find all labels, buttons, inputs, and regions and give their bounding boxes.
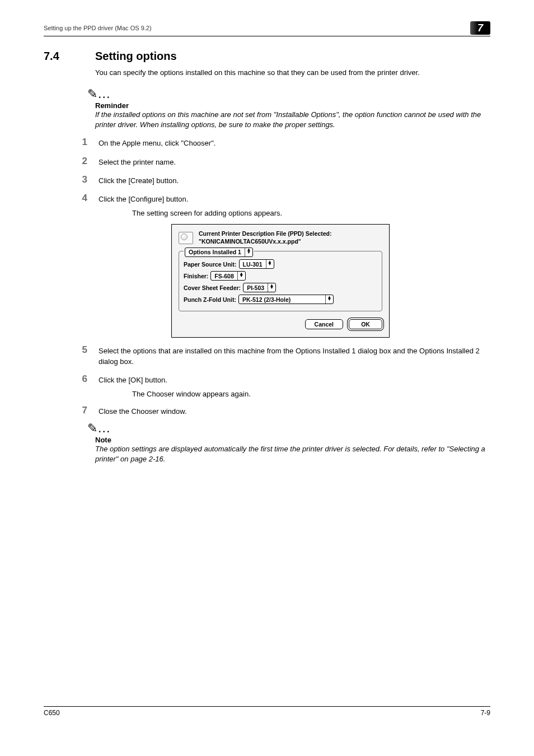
step-text: Click the [OK] button. — [99, 374, 167, 385]
note-icon: ✎... — [87, 421, 490, 436]
header-divider — [44, 36, 490, 36]
chevron-updown-icon: ▲▼ — [245, 248, 252, 256]
dialog-title-line1: Current Printer Description File (PPD) S… — [199, 230, 331, 238]
breadcrumb: Setting up the PPD driver (Mac OS 9.2) — [44, 25, 152, 31]
step-4: 4 Click the [Configure] button. — [77, 193, 490, 204]
paper-source-select[interactable]: LU-301 ▲▼ — [239, 259, 274, 269]
cancel-button[interactable]: Cancel — [305, 319, 343, 329]
group-selector[interactable]: Options Installed 1 ▲▼ — [185, 248, 253, 257]
dialog-title-line2: "KONICAMINOLTAC650UVx.x.x.ppd" — [199, 238, 331, 246]
chevron-updown-icon: ▲▼ — [266, 260, 274, 268]
step-6-subtext: The Chooser window appears again. — [132, 390, 490, 398]
footer-divider — [44, 706, 490, 707]
reminder-icon: ✎... — [87, 87, 490, 101]
step-number: 5 — [77, 344, 87, 366]
reminder-callout: ✎... Reminder If the installed options o… — [95, 87, 490, 130]
step-5: 5 Select the options that are installed … — [77, 344, 490, 366]
options-dialog: Current Printer Description File (PPD) S… — [171, 224, 390, 338]
step-3: 3 Click the [Create] button. — [77, 174, 490, 186]
note-heading: Note — [95, 436, 490, 444]
note-callout: ✎... Note The option settings are displa… — [95, 421, 490, 464]
punch-zfold-value: PK-512 (2/3-Hole) — [239, 296, 325, 303]
finisher-label: Finisher: — [184, 273, 208, 279]
footer-page: 7-9 — [481, 709, 490, 717]
note-body: The option settings are displayed automa… — [95, 444, 490, 464]
section-title: Setting options — [95, 50, 177, 63]
ok-button[interactable]: OK — [349, 319, 382, 329]
finisher-value: FS-608 — [211, 273, 237, 279]
step-4-subtext: The setting screen for adding options ap… — [132, 209, 490, 217]
cover-sheet-label: Cover Sheet Feeder: — [184, 284, 241, 291]
step-number: 2 — [77, 156, 87, 167]
chevron-updown-icon: ▲▼ — [268, 283, 275, 292]
step-text: Click the [Configure] button. — [99, 193, 188, 204]
step-7: 7 Close the Chooser window. — [77, 405, 490, 417]
chevron-updown-icon: ▲▼ — [237, 272, 245, 280]
cover-sheet-select[interactable]: PI-503 ▲▼ — [243, 283, 276, 292]
step-number: 7 — [77, 405, 87, 417]
footer-model: C650 — [44, 709, 60, 717]
step-text: Select the options that are installed on… — [99, 344, 490, 366]
punch-zfold-label: Punch Z-Fold Unit: — [184, 296, 236, 303]
section-intro: You can specify the options installed on… — [95, 68, 490, 77]
punch-zfold-select[interactable]: PK-512 (2/3-Hole) ▲▼ — [238, 295, 334, 304]
step-6: 6 Click the [OK] button. — [77, 374, 490, 385]
step-2: 2 Select the printer name. — [77, 156, 490, 167]
chevron-updown-icon: ▲▼ — [325, 295, 333, 304]
cover-sheet-value: PI-503 — [243, 284, 268, 291]
step-number: 4 — [77, 193, 87, 204]
step-text: Select the printer name. — [99, 156, 176, 167]
step-text: Close the Chooser window. — [99, 405, 187, 417]
step-text: On the Apple menu, click "Chooser". — [99, 137, 216, 148]
reminder-body: If the installed options on this machine… — [95, 110, 490, 130]
group-selector-value: Options Installed 1 — [185, 249, 245, 255]
step-1: 1 On the Apple menu, click "Chooser". — [77, 137, 490, 148]
step-number: 6 — [77, 374, 87, 385]
paper-source-value: LU-301 — [240, 261, 266, 268]
printer-icon — [179, 232, 193, 244]
finisher-select[interactable]: FS-608 ▲▼ — [210, 271, 245, 281]
reminder-heading: Reminder — [95, 101, 490, 110]
paper-source-label: Paper Source Unit: — [184, 261, 237, 268]
section-number: 7.4 — [44, 50, 77, 63]
step-number: 1 — [77, 137, 87, 148]
step-text: Click the [Create] button. — [99, 174, 179, 186]
chapter-number-badge: 7 — [470, 21, 490, 35]
options-group: Options Installed 1 ▲▼ Paper Source Unit… — [179, 251, 382, 311]
step-number: 3 — [77, 174, 87, 186]
